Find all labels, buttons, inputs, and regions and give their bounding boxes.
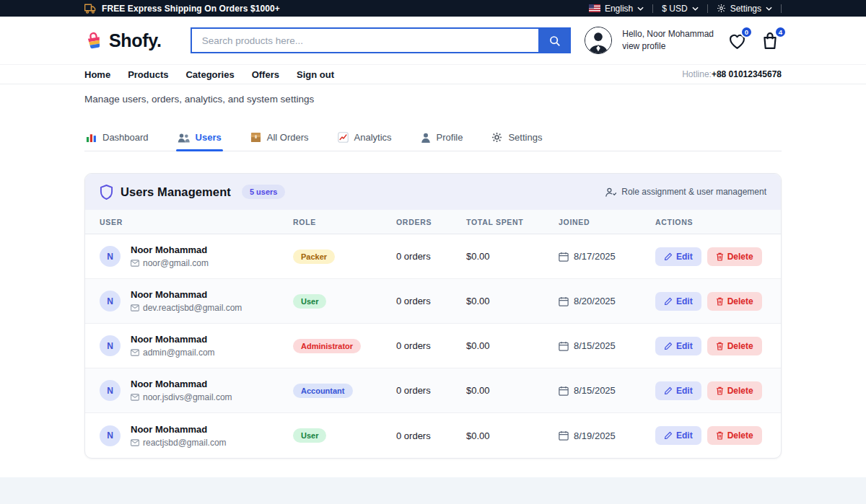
admin-tabs: Dashboard Users All Orders Analytics Pro… [84, 128, 782, 151]
col-joined: JOINED [559, 218, 655, 226]
total-spent: $0.00 [466, 251, 559, 262]
table-row: N Noor Mohammad admin@gmail.com Administ… [85, 324, 781, 368]
gear-icon [717, 4, 726, 13]
user-email: reactjsbd@gmail.com [143, 438, 227, 448]
delete-label: Delete [727, 252, 753, 262]
card-header: Users Management 5 users Role assignment… [85, 174, 781, 210]
delete-button[interactable]: Delete [707, 292, 762, 311]
avatar[interactable] [585, 27, 612, 54]
search-button[interactable] [538, 27, 571, 53]
joined-date: 8/15/2025 [574, 385, 616, 396]
edit-button[interactable]: Edit [655, 426, 701, 445]
users-count-badge: 5 users [242, 185, 286, 199]
orders-count: 0 orders [396, 385, 466, 396]
trash-icon [716, 297, 724, 306]
site-header: Shofy. Hello, Noor Mohammad view profile [0, 17, 866, 65]
edit-button[interactable]: Edit [655, 247, 701, 266]
table-body: N Noor Mohammad noor@gmail.com Packer 0 … [85, 234, 781, 458]
language-dropdown[interactable]: English [589, 4, 644, 14]
tab-label: Users [196, 132, 222, 143]
total-spent: $0.00 [466, 430, 559, 441]
user-name: Noor Mohammad [131, 334, 215, 345]
card-note-text: Role assignment & user management [621, 187, 766, 197]
nav-item-signout[interactable]: Sign out [297, 69, 334, 80]
nav-item-offers[interactable]: Offers [252, 69, 279, 80]
avatar: N [100, 291, 121, 311]
truck-icon [84, 4, 97, 14]
search-icon [548, 35, 561, 47]
edit-button[interactable]: Edit [655, 292, 701, 311]
avatar: N [100, 246, 121, 267]
delete-label: Delete [727, 296, 753, 306]
calendar-icon [559, 296, 569, 306]
avatar: N [100, 425, 121, 446]
settings-dropdown[interactable]: Settings [717, 4, 772, 14]
delete-button[interactable]: Delete [707, 337, 762, 355]
logo-text: Shofy. [109, 30, 162, 51]
role-badge: User [293, 294, 326, 309]
page-subtitle: Manage users, orders, analytics, and sys… [84, 94, 782, 105]
tab-profile[interactable]: Profile [419, 128, 465, 151]
wishlist-button[interactable]: 0 [728, 31, 748, 50]
user-name: Noor Mohammad [131, 289, 242, 300]
tab-label: Analytics [354, 132, 392, 143]
orders-count: 0 orders [396, 296, 466, 306]
table-row: N Noor Mohammad noor@gmail.com Packer 0 … [85, 234, 781, 279]
view-profile-link[interactable]: view profile [622, 40, 714, 53]
settings-label: Settings [730, 4, 761, 14]
edit-button[interactable]: Edit [655, 337, 701, 355]
logo[interactable]: Shofy. [84, 30, 162, 51]
tab-all-orders[interactable]: All Orders [249, 128, 310, 151]
envelope-icon [131, 304, 139, 311]
role-badge: Packer [293, 249, 335, 264]
card-title: Users Management [121, 185, 231, 199]
edit-label: Edit [676, 341, 693, 351]
edit-button[interactable]: Edit [655, 381, 701, 400]
currency-dropdown[interactable]: $ USD [662, 4, 698, 14]
tab-dashboard[interactable]: Dashboard [84, 128, 150, 151]
pencil-icon [664, 297, 673, 306]
envelope-icon [131, 394, 139, 401]
tab-users[interactable]: Users [176, 128, 223, 151]
joined-date: 8/19/2025 [574, 430, 616, 441]
nav-item-categories[interactable]: Categories [185, 69, 234, 80]
cart-button[interactable]: 4 [762, 31, 782, 50]
nav-item-products[interactable]: Products [128, 69, 168, 80]
divider [781, 4, 782, 13]
shipping-promo-text: FREE Express Shipping On Orders $1000+ [102, 4, 280, 14]
currency-label: $ USD [662, 4, 687, 14]
tab-label: Dashboard [102, 132, 149, 143]
edit-label: Edit [676, 386, 693, 396]
calendar-icon [559, 386, 569, 396]
users-icon [178, 133, 190, 143]
calendar-icon [559, 252, 569, 262]
greeting-text: Hello, Noor Mohammad [622, 28, 714, 40]
cart-count-badge: 4 [774, 26, 787, 38]
shield-icon [100, 185, 113, 200]
tab-analytics[interactable]: Analytics [336, 128, 393, 151]
col-role: ROLE [293, 218, 396, 226]
user-email: noor@gmail.com [143, 258, 209, 268]
calendar-icon [559, 430, 569, 441]
tab-label: Settings [508, 132, 542, 143]
avatar: N [100, 335, 121, 356]
card-note: Role assignment & user management [605, 187, 766, 197]
table-row: N Noor Mohammad reactjsbd@gmail.com User… [85, 413, 781, 458]
tab-label: Profile [437, 132, 463, 143]
role-badge: Accountant [293, 384, 353, 398]
delete-button[interactable]: Delete [707, 247, 762, 266]
delete-label: Delete [727, 341, 753, 351]
search-input[interactable] [191, 27, 538, 53]
pencil-icon [664, 252, 673, 261]
tab-settings[interactable]: Settings [490, 128, 543, 151]
trash-icon [716, 252, 724, 261]
nav-item-home[interactable]: Home [84, 69, 110, 80]
user-name: Noor Mohammad [131, 424, 227, 435]
pencil-icon [664, 342, 673, 350]
delete-button[interactable]: Delete [707, 426, 762, 445]
col-user: USER [100, 218, 293, 226]
us-flag-icon [589, 4, 600, 12]
delete-button[interactable]: Delete [707, 381, 762, 400]
envelope-icon [131, 260, 139, 267]
envelope-icon [131, 349, 139, 356]
